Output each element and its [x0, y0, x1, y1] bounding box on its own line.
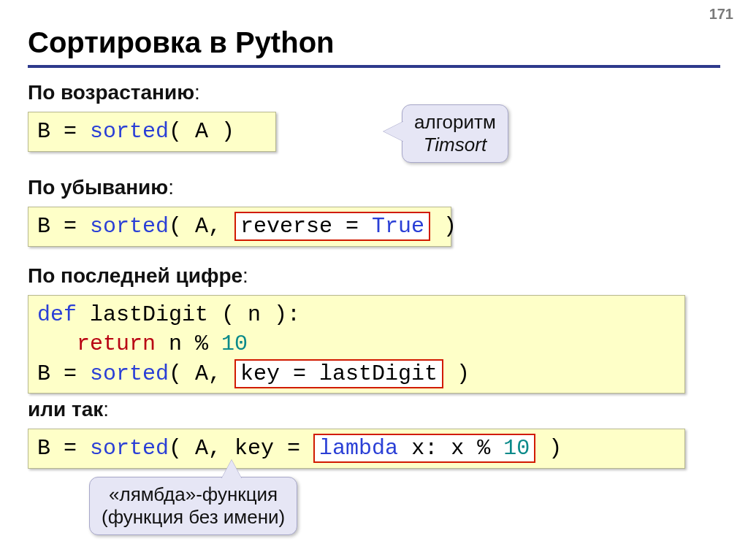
- callout-tail-icon: [221, 460, 242, 479]
- section-lastdigit-label: По последней цифре:: [28, 264, 720, 288]
- num-ten: 10: [503, 436, 530, 461]
- label-text: По последней цифре: [28, 264, 243, 287]
- num-ten: 10: [221, 331, 248, 356]
- section-ascending-label: По возрастанию:: [28, 81, 720, 104]
- callout-timsort: алгоритм Timsort: [402, 104, 508, 163]
- label-text: По убыванию: [28, 176, 168, 199]
- callout-line: Timsort: [414, 134, 496, 156]
- code-text: B =: [37, 361, 90, 386]
- row-lambda: B = sorted( A, key = lambda x: x % 10 ) …: [28, 429, 720, 531]
- label-colon: :: [243, 264, 248, 287]
- frame-text: x: x %: [398, 436, 503, 461]
- kw-def: def: [37, 302, 77, 327]
- row-descending: B = sorted( A, reverse = True ): [28, 207, 720, 247]
- code-text: n %: [156, 331, 221, 356]
- code-text: ): [443, 361, 470, 386]
- code-text: lastDigit ( n ):: [77, 302, 300, 327]
- label-text: или так: [28, 398, 103, 421]
- code-ascending: B = sorted( A ): [28, 112, 276, 152]
- kw-sorted: sorted: [90, 361, 169, 386]
- code-text: ( A,: [169, 361, 234, 386]
- label-colon: :: [168, 176, 174, 199]
- frame-reverse: reverse = True: [234, 212, 430, 241]
- kw-sorted: sorted: [90, 119, 169, 144]
- code-text: ): [535, 436, 562, 461]
- code-lastdigit: def lastDigit ( n ): return n % 10 B = s…: [28, 295, 685, 394]
- page-number: 171: [709, 6, 733, 23]
- callout-tail-icon: [383, 121, 404, 142]
- callout-line: «лямбда»-функция: [102, 483, 285, 506]
- frame-lambda: lambda x: x % 10: [313, 434, 535, 463]
- row-ascending: B = sorted( A ) алгоритм Timsort: [28, 112, 720, 169]
- section-descending-label: По убыванию:: [28, 176, 720, 199]
- code-text: ): [430, 214, 457, 239]
- kw-return: return: [77, 331, 156, 356]
- code-text: B =: [37, 436, 90, 461]
- kw-lambda: lambda: [319, 436, 398, 461]
- label-colon: :: [194, 81, 200, 104]
- code-text: ( A ): [169, 119, 234, 144]
- code-indent: [37, 331, 77, 356]
- kw-true: True: [372, 214, 424, 239]
- callout-line: (функция без имени): [102, 506, 285, 529]
- frame-text: key = lastDigit: [240, 361, 438, 386]
- callout-line: алгоритм: [414, 111, 496, 134]
- row-lastdigit: def lastDigit ( n ): return n % 10 B = s…: [28, 295, 720, 394]
- code-text: B =: [37, 119, 90, 144]
- kw-sorted: sorted: [90, 436, 169, 461]
- callout-lambda: «лямбда»-функция (функция без имени): [89, 477, 297, 535]
- label-colon: :: [103, 398, 109, 421]
- code-text: ( A,: [169, 214, 234, 239]
- kw-sorted: sorted: [90, 214, 169, 239]
- code-lambda: B = sorted( A, key = lambda x: x % 10 ): [28, 429, 685, 469]
- page-title: Сортировка в Python: [28, 26, 720, 68]
- label-text: По возрастанию: [28, 81, 194, 104]
- frame-key-lastdigit: key = lastDigit: [234, 359, 443, 388]
- code-text: ( A, key =: [169, 436, 313, 461]
- code-text: B =: [37, 214, 90, 239]
- frame-text: reverse =: [240, 214, 372, 239]
- code-descending: B = sorted( A, reverse = True ): [28, 207, 451, 247]
- section-or-label: или так:: [28, 398, 720, 421]
